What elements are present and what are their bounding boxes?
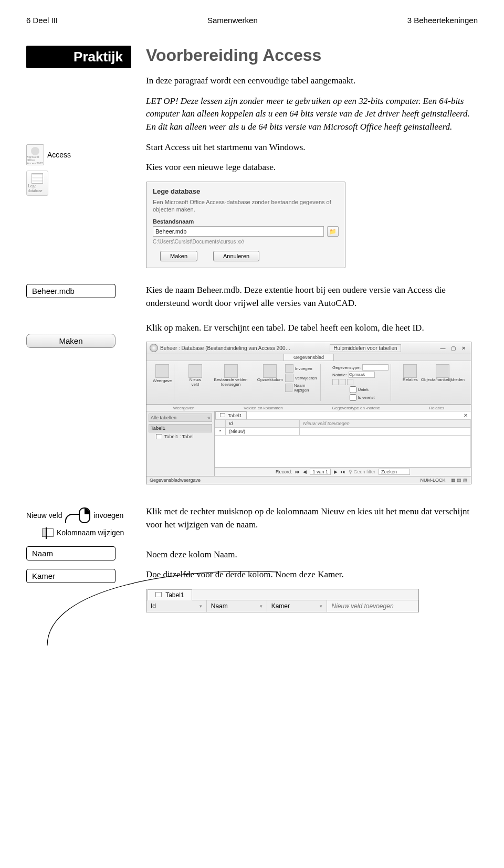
nieuw-veld-label: Nieuw veld [186,378,204,387]
uniek-checkbox[interactable] [350,386,356,393]
window-controls[interactable]: — ▢ ✕ [440,345,468,351]
section-velden-kolommen: Velden en kolommen [244,406,283,410]
cell-new[interactable]: (Nieuw) [226,428,300,436]
bestaande-velden-label: Bestaande velden toevoegen [206,378,255,387]
gegevenstype-combo[interactable] [362,364,388,371]
strip-col-id[interactable]: Id▾ [146,600,207,612]
nav-collapse-icon[interactable]: « [207,415,210,420]
weergave-label: Weergave [153,379,172,384]
datasheet-tab[interactable]: Tabel1 [215,411,247,419]
blank-db-caption: Lege database [28,184,47,193]
mouse-cable-icon [65,514,79,523]
opzoekkolom-label: Opzoekkolom [257,378,283,383]
noem-naam-text: Noem deze kolom Naam. [146,548,478,562]
search-box[interactable]: Zoeken [379,469,410,475]
statusbar-view: Gegevensbladweergave [150,478,201,483]
naam-wijzigen-icon[interactable] [285,384,292,392]
context-tab-group: Hulpmiddelen voor tabellen [330,344,401,352]
start-access-text: Start Access uit het startmenu van Windo… [146,141,478,154]
beheer-mdb-box: Beheer.mdb [26,284,116,298]
kies-lege-text: Kies voor een nieuwe lege database. [146,161,478,174]
verwijderen-icon[interactable] [285,374,293,382]
col-new-field[interactable]: Nieuw veld toevoegen [300,420,471,428]
bestaande-velden-icon[interactable] [224,364,238,378]
record-position: 1 van 1 [310,469,331,475]
letop-text: LET OP! Deze lessen zijn zonder meer te … [146,95,478,134]
rename-icon [42,528,54,537]
nieuw-veld-icon[interactable] [188,364,202,378]
afhankelijkheden-label: Objectafhankelijkheden [421,378,465,383]
header-left: 6 Deel III [26,16,58,25]
page-header: 6 Deel III Samenwerken 3 Beheertekeninge… [26,16,478,25]
panel-maken-button[interactable]: Maken [160,251,197,261]
chevron-down-icon[interactable]: ▾ [320,604,322,609]
kamer-box: Kamer [26,569,116,583]
page-title: Voorbereiding Access [146,46,478,65]
kolomnaam-wijzigen-label: Kolomnaam wijzigen [57,528,124,537]
strip-col-kamer[interactable]: Kamer▾ [267,600,328,612]
relaties-label: Relaties [403,378,418,383]
statusbar-numlock: NUM-LOCK [420,478,445,483]
context-tab[interactable]: Gegevensblad [284,354,334,361]
navigation-pane: Alle tabellen « Tabel1 Tabel1 : Tabel [146,411,215,476]
maken-text: Klik op maken. Er verschijnt een tabel. … [146,322,478,335]
table-icon [155,592,162,597]
view-switcher-icons[interactable]: ▦ ▤ ▧ [451,478,468,483]
database-icon [32,173,43,184]
record-navigation-bar: Record: ⏮ ◀ 1 van 1 ▶ ⏭ ⚲ Geen filter Zo… [215,467,471,476]
section-gegevenstype: Gegevenstype en -notatie [332,406,380,410]
blank-database-icon: Lege database [26,171,48,196]
opzoekkolom-icon[interactable] [263,364,277,378]
filename-input[interactable] [153,226,324,237]
path-text: C:\Users\Cursist\Documents\cursus xx\ [153,239,339,245]
record-next-icon[interactable]: ▶ [334,469,338,474]
panel-title: Lege database [153,187,339,195]
nav-all-tables[interactable]: Alle tabellen [151,415,176,420]
filter-indicator[interactable]: ⚲ Geen filter [349,469,375,474]
record-last-icon[interactable]: ⏭ [341,469,345,474]
section-weergaven: Weergaven [173,406,195,410]
nieuw-veld-left-label: Nieuw veld [26,511,62,520]
ms-access-app-icon: Microsoft Office Access 2007 [26,144,44,165]
invoegen-icon[interactable] [285,364,293,373]
maken-pill-button[interactable]: Maken [26,334,116,348]
table-icon [220,413,225,417]
weergave-icon[interactable] [155,364,169,378]
section-relaties: Relaties [429,406,444,410]
tabel1-tab[interactable]: Tabel1 [148,589,192,600]
browse-folder-button[interactable]: 📁 [327,226,339,237]
beheer-mdb-text: Kies de naam Beheer.mdb. Deze extentie h… [146,284,478,310]
notatie-label: Notatie: [332,373,347,377]
col-id[interactable]: Id [226,420,300,428]
access-icon-row: Microsoft Office Access 2007 Access [26,144,131,165]
invoegen-label: Invoegen [295,366,312,371]
tabel1-strip-screenshot: Tabel1 Id▾ Naam▾ Kamer▾ Nieuw veld toevo… [146,589,419,612]
blank-database-panel: Lege database Een Microsoft Office Acces… [146,182,345,269]
strip-col-naam[interactable]: Naam▾ [207,600,267,612]
relaties-icon[interactable] [403,364,417,378]
gegevenstype-label: Gegevenstype: [332,365,361,370]
vereist-label: Is vereist [358,395,375,400]
noem-kamer-text: Doe ditzelfde voor de derde kolom. Noem … [146,568,478,581]
tab-close-icon[interactable]: ✕ [460,411,471,419]
access-icon-caption: Microsoft Office Access 2007 [27,155,44,165]
panel-annuleren-button[interactable]: Annuleren [213,251,259,261]
rechter-muis-text: Klik met de rechter muisknop op de kolom… [146,505,478,531]
chevron-down-icon[interactable]: ▾ [200,604,202,609]
notatie-combo[interactable]: Opmaak [349,372,375,378]
right-click-action: Nieuw veld invoegen [26,507,131,523]
naam-wijzigen-label: Naam wijzigen [294,383,318,393]
invoegen-label: invoegen [93,511,123,520]
filename-label: Bestandsnaam [153,218,339,225]
nav-group-tabel1[interactable]: Tabel1 [149,424,212,432]
nav-item-tabel1[interactable]: Tabel1 : Tabel [164,434,193,439]
office-orb-icon[interactable] [150,344,158,352]
afhankelijkheden-icon[interactable] [436,364,449,378]
praktijk-badge: Praktijk [26,46,131,68]
verwijderen-label: Verwijderen [295,376,317,380]
vereist-checkbox[interactable] [350,394,356,401]
record-prev-icon[interactable]: ◀ [303,469,307,474]
chevron-down-icon[interactable]: ▾ [260,604,262,609]
record-first-icon[interactable]: ⏮ [295,469,300,474]
strip-col-new[interactable]: Nieuw veld toevoegen [327,600,418,612]
